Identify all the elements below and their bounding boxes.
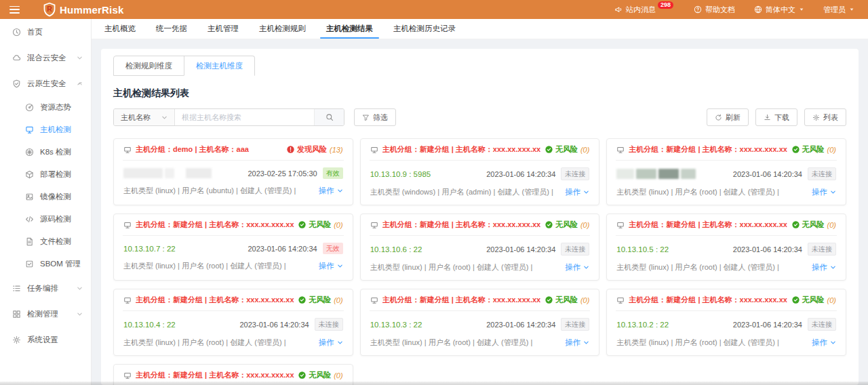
risk-status-icon — [287, 146, 294, 153]
risk-count: (13) — [330, 146, 343, 154]
grid-icon — [12, 310, 21, 319]
redacted-ip — [123, 168, 212, 178]
connection-status-badge: 未连接 — [315, 318, 343, 331]
tab-host-detection-history[interactable]: 主机检测历史记录 — [383, 19, 466, 39]
risk-status: 无风险 (0) — [298, 370, 342, 380]
host-card: 主机分组：新建分组 | 主机名称：xxx.xx.xxx.xx 无风险 (0) 1… — [360, 289, 600, 356]
subtab-rule-dimension[interactable]: 检测规则维度 — [113, 56, 184, 76]
search-icon — [326, 113, 334, 121]
tab-host-management[interactable]: 主机管理 — [197, 19, 249, 39]
risk-status: 无风险 (0) — [792, 220, 836, 230]
help-menu[interactable]: 帮助文档 — [694, 5, 735, 15]
gear-icon — [812, 114, 820, 121]
action-label: 操作 — [565, 338, 580, 348]
globe-icon — [754, 5, 762, 14]
sbom-icon — [25, 260, 34, 268]
action-dropdown[interactable]: 操作 — [812, 187, 836, 197]
host-group-name: 主机分组：新建分组 | 主机名称：xxx.xx.xxx.xx — [382, 295, 541, 305]
clock-icon — [12, 28, 21, 37]
action-dropdown[interactable]: 操作 — [565, 187, 589, 197]
sidebar-item-deploy-detection[interactable]: 部署检测 — [0, 163, 91, 186]
host-card-body: 10.13.10.3 : 22 2023-01-06 14:20:34 未连接 … — [361, 311, 599, 355]
sidebar-item-cloud-native-security[interactable]: 云原生安全 — [0, 70, 91, 96]
tab-credentials[interactable]: 统一凭据 — [146, 19, 197, 39]
download-icon — [764, 114, 771, 121]
action-dropdown[interactable]: 操作 — [812, 338, 836, 348]
language-menu[interactable]: 简体中文 — [754, 5, 804, 15]
host-card-header: 主机分组：新建分组 | 主机名称：xxx.xx.xxx.xx 无风险 (0) — [607, 139, 846, 160]
connection-status-badge: 有效 — [323, 167, 343, 179]
host-card: 主机分组：新建分组 | 主机名称：xxx.xx.xxx.xx 无风险 (0) 1… — [360, 138, 600, 205]
list-button[interactable]: 列表 — [804, 108, 846, 126]
sidebar-item-hybrid-cloud-security[interactable]: 混合云安全 — [0, 45, 91, 70]
chevron-down-icon — [161, 115, 167, 121]
risk-status-icon — [298, 296, 306, 304]
host-card-body: 2023-01-06 14:20:34 未连接 主机类型 (linux) | 用… — [607, 161, 846, 205]
subtab-host-dimension[interactable]: 检测主机维度 — [184, 56, 255, 76]
host-card: 主机分组：新建分组 | 主机名称：xxx.xx.xxx.xx 无风险 (0) 1… — [113, 214, 353, 281]
action-dropdown[interactable]: 操作 — [565, 338, 589, 348]
sidebar-item-label: 镜像检测 — [40, 192, 71, 202]
search-button[interactable] — [314, 109, 344, 125]
risk-status: 无风险 (0) — [792, 144, 836, 155]
connection-status-badge: 未连接 — [561, 243, 589, 256]
search-category-select[interactable]: 主机名称 — [114, 109, 175, 125]
sidebar-item-label: 云原生安全 — [27, 79, 66, 89]
messages-count-badge: 298 — [658, 1, 673, 9]
host-card-body: 10.13.10.5 : 22 2023-01-06 14:20:34 未连接 … — [607, 236, 846, 280]
sidebar-item-home[interactable]: 首页 — [0, 19, 91, 45]
action-dropdown[interactable]: 操作 — [319, 338, 343, 348]
funnel-icon — [362, 114, 370, 121]
sidebar-item-sbom-management[interactable]: SBOM 管理 — [0, 253, 91, 275]
scan-date: 2023-01-06 14:20:34 — [486, 170, 555, 178]
horizontal-scrollbar[interactable] — [0, 382, 868, 385]
host-group-name: 主机分组：新建分组 | 主机名称：xxx.xx.xxx.xx — [629, 295, 787, 305]
host-card-body: 2023-02-25 17:05:30 有效 主机类型 (linux) | 用户… — [114, 161, 353, 203]
risk-count: (0) — [334, 221, 342, 229]
messages-menu[interactable]: 站内消息 298 — [614, 5, 675, 15]
host-card-header: 主机分组：新建分组 | 主机名称：xxx.xx.xxx.xx 无风险 (0) — [361, 139, 599, 160]
cloud-icon — [12, 54, 21, 62]
sidebar-item-resource-posture[interactable]: 资源态势 — [0, 96, 91, 119]
risk-status: 无风险 (0) — [298, 220, 342, 230]
host-info: 主机类型 (linux) | 用户名 (ubuntu) | 创建人 (管理员) … — [123, 186, 296, 196]
scan-meta: 2023-01-06 14:20:34 未连接 — [486, 318, 589, 331]
host-card-header: 主机分组：新建分组 | 主机名称：xxx.xx.xxx.xx 无风险 (0) — [114, 289, 353, 310]
connection-status-badge: 未连接 — [808, 243, 836, 256]
host-card: 主机分组：新建分组 | 主机名称：xxx.xx.xxx.xx 无风险 (0) 1… — [360, 214, 600, 281]
action-dropdown[interactable]: 操作 — [565, 262, 589, 272]
sidebar-item-task-orchestration[interactable]: 任务编排 — [0, 275, 91, 301]
host-icon — [616, 221, 625, 229]
sidebar-item-host-detection[interactable]: 主机检测 — [0, 119, 91, 141]
sidebar-item-detection-management[interactable]: 检测管理 — [0, 301, 91, 327]
language-label: 简体中文 — [766, 5, 795, 15]
sidebar-item-image-detection[interactable]: 镜像检测 — [0, 186, 91, 208]
action-label: 操作 — [812, 338, 827, 348]
user-menu[interactable]: 管理员 — [823, 5, 854, 15]
tab-host-overview[interactable]: 主机概览 — [94, 19, 146, 39]
action-label: 操作 — [319, 186, 334, 196]
action-dropdown[interactable]: 操作 — [319, 186, 343, 196]
refresh-button[interactable]: 刷新 — [707, 108, 749, 126]
sidebar-item-code-detection[interactable]: 源码检测 — [0, 208, 91, 230]
sidebar-item-k8s-detection[interactable]: K8s 检测 — [0, 141, 91, 163]
connection-status-badge: 无效 — [323, 243, 343, 254]
menu-toggle-icon[interactable] — [9, 6, 20, 14]
gear-icon — [12, 336, 21, 344]
risk-count: (0) — [827, 221, 836, 229]
download-button[interactable]: 下载 — [755, 108, 797, 126]
tab-host-detection-results[interactable]: 主机检测结果 — [316, 19, 383, 39]
tab-host-detection-rules[interactable]: 主机检测规则 — [249, 19, 316, 39]
action-dropdown[interactable]: 操作 — [319, 261, 343, 271]
host-group-name: 主机分组：新建分组 | 主机名称：xxx.xx.xxx.xx — [629, 144, 787, 155]
sidebar-item-system-settings[interactable]: 系统设置 — [0, 327, 91, 352]
action-label: 操作 — [565, 187, 580, 197]
filter-button[interactable]: 筛选 — [354, 108, 396, 126]
toolbar: 主机名称 筛选 刷新下载列表 — [113, 108, 846, 126]
chevron-down-icon — [830, 264, 836, 270]
sidebar-item-file-detection[interactable]: 文件检测 — [0, 230, 91, 253]
action-dropdown[interactable]: 操作 — [812, 262, 836, 272]
risk-count: (0) — [827, 146, 836, 154]
search-input[interactable] — [175, 109, 314, 125]
host-card-header: 主机分组：新建分组 | 主机名称：xxx.xx.xxx.xx 无风险 (0) — [607, 214, 846, 235]
